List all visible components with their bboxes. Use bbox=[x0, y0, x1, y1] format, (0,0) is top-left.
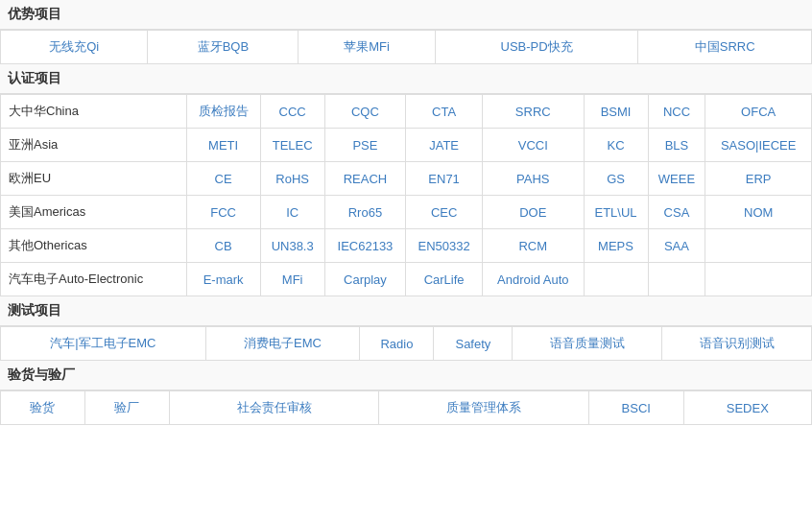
testing-table: 汽车|军工电子EMC 消费电子EMC Radio Safety 语音质量测试 语… bbox=[0, 326, 812, 361]
cert-item-meti[interactable]: METI bbox=[186, 129, 260, 162]
cert-item-ccc[interactable]: CCC bbox=[260, 95, 324, 129]
cert-item-cta[interactable]: CTA bbox=[406, 95, 483, 129]
advantage-item-2[interactable]: 蓝牙BQB bbox=[148, 31, 299, 64]
cert-item-rro65[interactable]: Rro65 bbox=[324, 196, 405, 229]
testing-row: 汽车|军工电子EMC 消费电子EMC Radio Safety 语音质量测试 语… bbox=[1, 327, 812, 361]
certification-table: 大中华China 质检报告 CCC CQC CTA SRRC BSMI NCC … bbox=[0, 94, 812, 296]
cert-label-auto: 汽车电子Auto-Electronic bbox=[1, 263, 187, 296]
certification-section: 认证项目 大中华China 质检报告 CCC CQC CTA SRRC BSMI… bbox=[0, 64, 812, 296]
cert-item-iec62133[interactable]: IEC62133 bbox=[324, 229, 405, 263]
verification-table: 验货 验厂 社会责任审核 质量管理体系 BSCI SEDEX bbox=[0, 390, 812, 425]
cert-row-china: 大中华China 质检报告 CCC CQC CTA SRRC BSMI NCC … bbox=[1, 95, 812, 129]
certification-title: 认证项目 bbox=[0, 64, 812, 94]
advantages-table: 无线充Qi 蓝牙BQB 苹果MFi USB-PD快充 中国SRRC bbox=[0, 30, 812, 64]
test-item-4[interactable]: Safety bbox=[434, 327, 513, 361]
cert-item-fcc[interactable]: FCC bbox=[186, 196, 260, 229]
advantage-item-5[interactable]: 中国SRRC bbox=[638, 31, 812, 64]
cert-item-others-empty bbox=[705, 229, 812, 263]
test-item-6[interactable]: 语音识别测试 bbox=[662, 327, 812, 361]
cert-item-jate[interactable]: JATE bbox=[406, 129, 483, 162]
cert-item-android-auto[interactable]: Android Auto bbox=[483, 263, 584, 296]
cert-item-un383[interactable]: UN38.3 bbox=[260, 229, 324, 263]
cert-item-saso[interactable]: SASO|IECEE bbox=[705, 129, 812, 162]
test-item-2[interactable]: 消费电子EMC bbox=[205, 327, 360, 361]
cert-item-cb[interactable]: CB bbox=[186, 229, 260, 263]
cert-item-etlul[interactable]: ETL\UL bbox=[584, 196, 648, 229]
cert-item-bls[interactable]: BLS bbox=[648, 129, 705, 162]
cert-item-en50332[interactable]: EN50332 bbox=[406, 229, 483, 263]
cert-item-rohs[interactable]: RoHS bbox=[260, 162, 324, 196]
testing-title: 测试项目 bbox=[0, 296, 812, 326]
cert-item-pse[interactable]: PSE bbox=[324, 129, 405, 162]
cert-label-china: 大中华China bbox=[1, 95, 187, 129]
cert-item-auto-empty2 bbox=[648, 263, 705, 296]
cert-item-ce[interactable]: CE bbox=[186, 162, 260, 196]
cert-item-zhijian[interactable]: 质检报告 bbox=[186, 95, 260, 129]
cert-item-vcci[interactable]: VCCI bbox=[483, 129, 584, 162]
cert-row-asia: 亚洲Asia METI TELEC PSE JATE VCCI KC BLS S… bbox=[1, 129, 812, 162]
advantages-title: 优势项目 bbox=[0, 0, 812, 30]
cert-row-eu: 欧洲EU CE RoHS REACH EN71 PAHS GS WEEE ERP bbox=[1, 162, 812, 196]
cert-item-reach[interactable]: REACH bbox=[324, 162, 405, 196]
cert-item-csa[interactable]: CSA bbox=[648, 196, 705, 229]
test-item-5[interactable]: 语音质量测试 bbox=[513, 327, 662, 361]
cert-item-ncc[interactable]: NCC bbox=[648, 95, 705, 129]
test-item-1[interactable]: 汽车|军工电子EMC bbox=[1, 327, 206, 361]
cert-item-pahs[interactable]: PAHS bbox=[483, 162, 584, 196]
cert-item-saa[interactable]: SAA bbox=[648, 229, 705, 263]
advantages-section: 优势项目 无线充Qi 蓝牙BQB 苹果MFi USB-PD快充 中国SRRC bbox=[0, 0, 812, 64]
cert-label-eu: 欧洲EU bbox=[1, 162, 187, 196]
verify-item-2[interactable]: 验厂 bbox=[84, 391, 169, 425]
verify-item-1[interactable]: 验货 bbox=[1, 391, 85, 425]
advantage-item-4[interactable]: USB-PD快充 bbox=[435, 31, 637, 64]
cert-item-auto-empty1 bbox=[584, 263, 648, 296]
advantage-item-1[interactable]: 无线充Qi bbox=[1, 31, 148, 64]
cert-item-kc[interactable]: KC bbox=[584, 129, 648, 162]
cert-item-auto-empty3 bbox=[705, 263, 812, 296]
cert-label-asia: 亚洲Asia bbox=[1, 129, 187, 162]
verify-item-5[interactable]: BSCI bbox=[588, 391, 683, 425]
cert-row-auto: 汽车电子Auto-Electronic E-mark MFi Carplay C… bbox=[1, 263, 812, 296]
cert-item-ic[interactable]: IC bbox=[260, 196, 324, 229]
test-item-3[interactable]: Radio bbox=[360, 327, 434, 361]
cert-item-meps[interactable]: MEPS bbox=[584, 229, 648, 263]
cert-item-telec[interactable]: TELEC bbox=[260, 129, 324, 162]
cert-item-en71[interactable]: EN71 bbox=[406, 162, 483, 196]
advantages-row: 无线充Qi 蓝牙BQB 苹果MFi USB-PD快充 中国SRRC bbox=[1, 31, 812, 64]
verify-item-6[interactable]: SEDEX bbox=[683, 391, 811, 425]
cert-item-nom[interactable]: NOM bbox=[705, 196, 812, 229]
verify-item-3[interactable]: 社会责任审核 bbox=[169, 391, 379, 425]
verify-item-4[interactable]: 质量管理体系 bbox=[379, 391, 589, 425]
cert-label-americas: 美国Americas bbox=[1, 196, 187, 229]
cert-item-erp[interactable]: ERP bbox=[705, 162, 812, 196]
cert-item-bsmi[interactable]: BSMI bbox=[584, 95, 648, 129]
cert-item-carlife[interactable]: CarLife bbox=[406, 263, 483, 296]
cert-item-ofca[interactable]: OFCA bbox=[705, 95, 812, 129]
verification-section: 验货与验厂 验货 验厂 社会责任审核 质量管理体系 BSCI SEDEX bbox=[0, 361, 812, 425]
cert-item-doe[interactable]: DOE bbox=[483, 196, 584, 229]
cert-item-rcm[interactable]: RCM bbox=[483, 229, 584, 263]
cert-item-mfi[interactable]: MFi bbox=[260, 263, 324, 296]
verification-title: 验货与验厂 bbox=[0, 361, 812, 390]
cert-item-cqc[interactable]: CQC bbox=[324, 95, 405, 129]
cert-item-emark[interactable]: E-mark bbox=[186, 263, 260, 296]
cert-item-srrc[interactable]: SRRC bbox=[483, 95, 584, 129]
cert-row-others: 其他Othericas CB UN38.3 IEC62133 EN50332 R… bbox=[1, 229, 812, 263]
cert-item-gs[interactable]: GS bbox=[584, 162, 648, 196]
advantage-item-3[interactable]: 苹果MFi bbox=[299, 31, 435, 64]
cert-label-others: 其他Othericas bbox=[1, 229, 187, 263]
testing-section: 测试项目 汽车|军工电子EMC 消费电子EMC Radio Safety 语音质… bbox=[0, 296, 812, 361]
cert-row-americas: 美国Americas FCC IC Rro65 CEC DOE ETL\UL C… bbox=[1, 196, 812, 229]
verification-row: 验货 验厂 社会责任审核 质量管理体系 BSCI SEDEX bbox=[1, 391, 812, 425]
cert-item-weee[interactable]: WEEE bbox=[648, 162, 705, 196]
cert-item-cec[interactable]: CEC bbox=[406, 196, 483, 229]
cert-item-carplay[interactable]: Carplay bbox=[324, 263, 405, 296]
